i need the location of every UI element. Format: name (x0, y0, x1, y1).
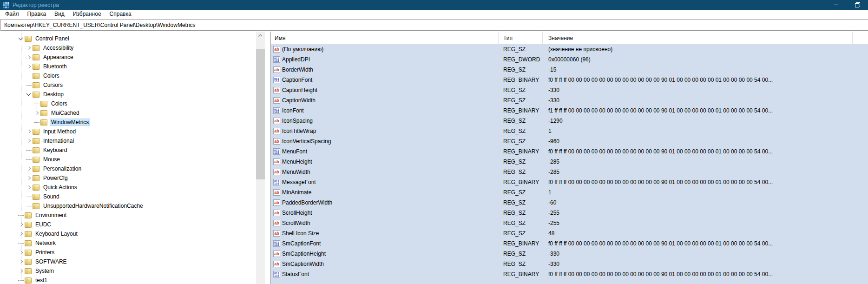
chevron-icon[interactable] (17, 229, 25, 238)
chevron-icon (25, 145, 33, 155)
chevron-icon[interactable] (25, 127, 33, 136)
tree-item[interactable]: Colors (0, 99, 270, 108)
menu-favorites[interactable]: Избранное (69, 10, 105, 19)
registry-value-row[interactable]: BorderWidth REG_SZ -15 (271, 65, 868, 75)
registry-value-row[interactable]: IconSpacing REG_SZ -1290 (271, 116, 868, 126)
tree-item[interactable]: Keyboard (0, 145, 270, 155)
registry-value-row[interactable]: IconTitleWrap REG_SZ 1 (271, 126, 868, 136)
registry-value-row[interactable]: CaptionFont REG_BINARY f0 ff ff ff 00 00… (271, 75, 868, 85)
folder-icon (33, 82, 39, 88)
tree-item[interactable]: EUDC (0, 220, 270, 229)
folder-icon (33, 92, 39, 98)
address-bar-input[interactable]: Компьютер\HKEY_CURRENT_USER\Control Pane… (0, 19, 868, 31)
tree-item[interactable]: Desktop (0, 90, 270, 99)
registry-value-row[interactable]: MessageFont REG_BINARY f0 ff ff ff 00 00… (271, 177, 868, 187)
chevron-icon[interactable] (25, 183, 33, 192)
registry-value-row[interactable]: MenuHeight REG_SZ -285 (271, 157, 868, 167)
column-header-name[interactable]: Имя (271, 32, 499, 44)
registry-value-row[interactable]: CaptionHeight REG_SZ -330 (271, 85, 868, 95)
scrollbar-thumb[interactable] (256, 49, 265, 179)
menu-view[interactable]: Вид (50, 10, 69, 19)
tree-item[interactable]: Colors (0, 71, 270, 80)
registry-value-row[interactable]: AppliedDPI REG_DWORD 0x00000060 (96) (271, 54, 868, 65)
tree-item[interactable]: Printers (0, 248, 270, 257)
chevron-icon[interactable] (25, 53, 33, 62)
registry-value-row[interactable]: CaptionWidth REG_SZ -330 (271, 95, 868, 106)
tree-item[interactable]: Appearance (0, 53, 270, 62)
chevron-icon[interactable] (25, 62, 33, 71)
chevron-icon[interactable] (25, 90, 33, 99)
registry-value-row[interactable]: (По умолчанию) REG_SZ (значение не присв… (271, 44, 868, 54)
tree-item[interactable]: Keyboard Layout (0, 229, 270, 238)
tree-item[interactable]: System (0, 266, 270, 276)
value-type-icon (273, 159, 280, 165)
chevron-icon[interactable] (17, 257, 25, 266)
tree-item[interactable]: Network (0, 238, 270, 248)
restore-button[interactable] (847, 0, 868, 10)
menu-help[interactable]: Справка (105, 10, 136, 19)
tree-item[interactable]: International (0, 136, 270, 145)
tree-item[interactable]: UnsupportedHardwareNotificationCache (0, 201, 270, 211)
tree-item[interactable]: Control Panel (0, 34, 270, 43)
menu-edit[interactable]: Правка (23, 10, 51, 19)
chevron-icon[interactable] (25, 136, 33, 145)
value-name: IconVerticalSpacing (282, 138, 331, 145)
value-type-icon (273, 46, 280, 53)
registry-value-row[interactable]: SmCaptionHeight REG_SZ -330 (271, 249, 868, 259)
tree-item[interactable]: PowerCfg (0, 173, 270, 183)
folder-icon (33, 54, 39, 60)
value-name: IconTitleWrap (282, 128, 316, 134)
registry-value-row[interactable]: Shell Icon Size REG_SZ 48 (271, 228, 868, 238)
tree-item[interactable]: MuiCached (0, 108, 270, 118)
value-type: REG_SZ (499, 210, 543, 216)
value-type: REG_SZ (499, 199, 543, 206)
chevron-icon (17, 211, 25, 220)
chevron-icon[interactable] (17, 34, 25, 43)
value-type-icon (273, 220, 280, 226)
tree-item[interactable]: Sound (0, 192, 270, 201)
tree-item[interactable]: Input Method (0, 127, 270, 136)
tree-item[interactable]: Bluetooth (0, 62, 270, 71)
minimize-icon (834, 5, 838, 5)
registry-value-row[interactable]: IconFont REG_BINARY f1 ff ff ff 00 00 00… (271, 106, 868, 116)
minimize-button[interactable] (825, 0, 847, 10)
registry-value-row[interactable]: MenuFont REG_BINARY f0 ff ff ff 00 00 00… (271, 146, 868, 157)
registry-value-row[interactable]: MenuWidth REG_SZ -285 (271, 167, 868, 177)
window-title: Редактор реестра (13, 2, 59, 8)
chevron-icon[interactable] (17, 266, 25, 276)
registry-value-row[interactable]: IconVerticalSpacing REG_SZ -960 (271, 136, 868, 146)
value-type-icon (273, 169, 280, 175)
tree-item[interactable]: Quick Actions (0, 183, 270, 192)
tree-item[interactable]: Mouse (0, 155, 270, 164)
scroll-up-button[interactable] (256, 32, 265, 40)
chevron-icon[interactable] (25, 43, 33, 53)
registry-value-row[interactable]: ScrollWidth REG_SZ -255 (271, 218, 868, 228)
folder-icon (40, 119, 47, 125)
value-data: f1 ff ff ff 00 00 00 00 00 00 00 00 00 0… (543, 107, 853, 114)
tree-item[interactable]: Accessibility (0, 43, 270, 53)
registry-value-row[interactable]: PaddedBorderWidth REG_SZ -60 (271, 198, 868, 208)
registry-value-row[interactable]: MinAnimate REG_SZ 1 (271, 187, 868, 198)
tree-item[interactable]: Environment (0, 211, 270, 220)
menu-file[interactable]: Файл (1, 10, 23, 19)
tree-item-label: UnsupportedHardwareNotificationCache (42, 202, 145, 210)
chevron-icon[interactable] (25, 164, 33, 173)
tree-item[interactable]: test1 (0, 276, 270, 284)
registry-value-row[interactable]: StatusFont REG_BINARY f0 ff ff ff 00 00 … (271, 269, 868, 279)
registry-value-row[interactable]: SmCaptionFont REG_BINARY f0 ff ff ff 00 … (271, 238, 868, 249)
chevron-icon[interactable] (25, 173, 33, 183)
column-header-value[interactable]: Значение (543, 32, 853, 44)
tree-scrollbar[interactable] (256, 32, 265, 284)
registry-value-row[interactable]: ScrollHeight REG_SZ -255 (271, 208, 868, 218)
tree-item[interactable]: Cursors (0, 80, 270, 90)
registry-value-row[interactable]: SmCaptionWidth REG_SZ -330 (271, 259, 868, 269)
column-header-type[interactable]: Тип (499, 32, 543, 44)
tree-item[interactable]: SOFTWARE (0, 257, 270, 266)
tree-item-label: Input Method (42, 128, 77, 135)
tree-item[interactable]: Personalization (0, 164, 270, 173)
tree-item[interactable]: WindowMetrics (0, 118, 270, 127)
value-type-icon (273, 77, 280, 83)
chevron-icon[interactable] (17, 220, 25, 229)
chevron-icon[interactable] (17, 248, 25, 257)
chevron-icon[interactable] (33, 108, 40, 118)
